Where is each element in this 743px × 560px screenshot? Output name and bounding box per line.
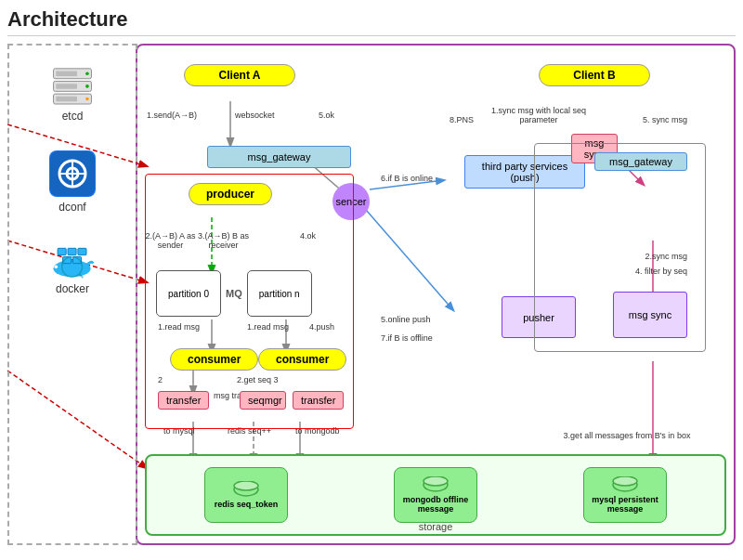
label-5syncmsg: 5. sync msg: [643, 115, 687, 124]
right-group-border: [534, 143, 706, 352]
sidebar: etcd dconf: [7, 44, 137, 545]
svg-point-4: [85, 85, 89, 88]
svg-rect-17: [78, 248, 86, 254]
label-websocket: websocket: [235, 111, 275, 120]
label-1send: 1.send(A→B): [147, 111, 197, 120]
storage-mysql: mysql persistent message: [583, 467, 667, 523]
svg-rect-8: [56, 96, 77, 100]
svg-point-45: [613, 476, 637, 486]
label-5ok: 5.ok: [319, 111, 334, 120]
label-5online: 5.online push: [381, 315, 431, 324]
label-3getall: 3.get all messages from B's in box: [557, 431, 697, 440]
svg-point-3: [85, 72, 89, 75]
label-1syncmsg: 1.sync msg with local seq parameter: [488, 106, 590, 124]
svg-point-41: [234, 481, 258, 490]
dconf-label: dconf: [59, 201, 85, 214]
left-group-border: [145, 174, 354, 429]
svg-rect-16: [68, 248, 76, 254]
storage-label: storage: [419, 521, 453, 532]
svg-point-5: [85, 97, 89, 100]
client-b: Client B: [539, 64, 650, 86]
svg-point-43: [424, 476, 448, 486]
storage-redis: redis seq_token: [204, 467, 288, 523]
label-6-if-b-online: 6.if B is online: [381, 174, 433, 183]
svg-point-14: [54, 260, 91, 277]
sidebar-item-docker: docker: [49, 241, 96, 295]
sidebar-item-etcd: etcd: [49, 64, 96, 123]
storage-area: redis seq_token mongodb offline message …: [145, 454, 726, 536]
svg-point-20: [54, 265, 58, 268]
docker-label: docker: [56, 282, 89, 295]
svg-line-36: [360, 203, 453, 310]
architecture-container: etcd dconf: [7, 44, 736, 545]
sidebar-item-dconf: dconf: [49, 150, 96, 214]
page-title: Architecture: [7, 7, 736, 36]
diagram-area: Client A Client B 1.send(A→B) websocket …: [136, 44, 736, 545]
storage-mongodb: mongodb offline message: [394, 467, 477, 523]
client-a: Client A: [184, 64, 295, 86]
dconf-icon: [49, 150, 96, 197]
docker-icon: [49, 241, 96, 279]
etcd-icon: [49, 64, 96, 106]
label-8pns: 8.PNS: [450, 115, 474, 124]
svg-rect-15: [58, 248, 66, 254]
svg-rect-7: [56, 84, 77, 88]
label-7offline: 7.if B is offline: [381, 333, 433, 343]
svg-rect-6: [56, 71, 77, 75]
msg-gateway-left: msg_gateway: [207, 146, 351, 168]
etcd-label: etcd: [62, 110, 84, 123]
